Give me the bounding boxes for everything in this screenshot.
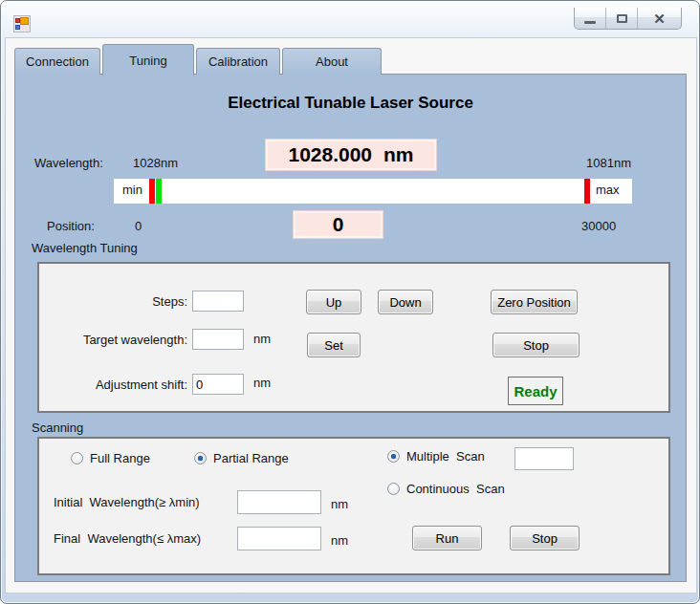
slider-min-label: min	[122, 183, 142, 197]
wavelength-label: Wavelength:	[34, 156, 103, 170]
multiple-scan-count-input[interactable]	[514, 447, 574, 470]
position-max-value: 30000	[581, 219, 616, 233]
tab-strip: Connection Tuning Calibration About	[14, 43, 688, 75]
wavelength-max-value: 1081nm	[586, 156, 631, 170]
tab-calibration[interactable]: Calibration	[196, 48, 280, 75]
run-button[interactable]: Run	[412, 526, 482, 550]
winforms-app-icon	[13, 15, 31, 32]
radio-circle	[194, 452, 207, 464]
radio-circle	[387, 483, 400, 495]
up-button[interactable]: Up	[306, 290, 361, 314]
tab-control: Connection Tuning Calibration About Elec…	[14, 43, 688, 586]
adjustment-shift-input[interactable]	[192, 374, 244, 395]
zero-position-button[interactable]: Zero Position	[491, 290, 578, 314]
scanning-stop-button[interactable]: Stop	[510, 526, 580, 550]
partial-range-radio[interactable]: Partial Range	[194, 451, 289, 465]
slider-max-limit-tick	[584, 179, 590, 204]
wavelength-min-value: 1028nm	[133, 156, 178, 170]
tab-connection[interactable]: Connection	[14, 48, 100, 75]
position-slider[interactable]: min max	[114, 179, 632, 204]
initial-wavelength-label: Initial Wavelength(≥ λmin)	[54, 495, 200, 509]
close-button[interactable]: ✕	[638, 8, 681, 29]
target-wavelength-input[interactable]	[192, 329, 244, 350]
close-icon: ✕	[653, 11, 666, 26]
multiple-scan-radio[interactable]: Multiple Scan	[387, 449, 485, 464]
final-unit-label: nm	[331, 533, 348, 548]
shift-unit-label: nm	[253, 376, 271, 390]
final-wavelength-input[interactable]	[237, 527, 321, 550]
tuning-stop-button[interactable]: Stop	[492, 333, 580, 357]
slider-min-limit-tick	[149, 179, 155, 204]
initial-unit-label: nm	[331, 497, 348, 511]
full-range-radio[interactable]: Full Range	[71, 451, 150, 465]
tab-about[interactable]: About	[282, 48, 382, 75]
tuning-tab-page: Electrical Tunable Laser Source Waveleng…	[14, 74, 687, 582]
maximize-button[interactable]	[606, 8, 638, 29]
app-window: ✕ Connection Tuning Calibration About El…	[0, 0, 700, 604]
target-wavelength-label: Target wavelength:	[44, 333, 187, 347]
wavelength-display: 1028.000nm	[265, 139, 437, 171]
final-wavelength-label: Final Wavelength(≤ λmax)	[54, 531, 201, 546]
slider-current-position-tick[interactable]	[156, 179, 162, 204]
steps-label: Steps:	[44, 294, 187, 309]
page-title: Electrical Tunable Laser Source	[15, 94, 686, 113]
steps-input[interactable]	[192, 291, 244, 312]
position-min-value: 0	[135, 219, 142, 233]
title-bar[interactable]: ✕	[1, 1, 699, 37]
maximize-icon	[617, 14, 627, 23]
position-display: 0	[293, 210, 383, 239]
minimize-icon	[584, 21, 596, 24]
slider-max-label: max	[596, 183, 620, 197]
scanning-group-caption: Scanning	[32, 421, 83, 435]
radio-circle	[387, 450, 400, 463]
form-client-area: Connection Tuning Calibration About Elec…	[5, 37, 697, 593]
status-indicator: Ready	[508, 377, 563, 405]
initial-wavelength-input[interactable]	[237, 490, 321, 514]
position-label: Position:	[47, 219, 95, 233]
target-unit-label: nm	[253, 332, 271, 346]
tab-tuning[interactable]: Tuning	[102, 44, 194, 76]
minimize-button[interactable]	[575, 8, 606, 29]
tuning-group-caption: Wavelength Tuning	[32, 241, 138, 255]
continuous-scan-radio[interactable]: Continuous Scan	[387, 482, 505, 496]
radio-circle	[71, 452, 83, 464]
adjustment-shift-label: Adjustment shift:	[44, 378, 187, 392]
down-button[interactable]: Down	[378, 290, 433, 314]
set-button[interactable]: Set	[307, 333, 361, 357]
caption-button-group: ✕	[574, 8, 682, 30]
